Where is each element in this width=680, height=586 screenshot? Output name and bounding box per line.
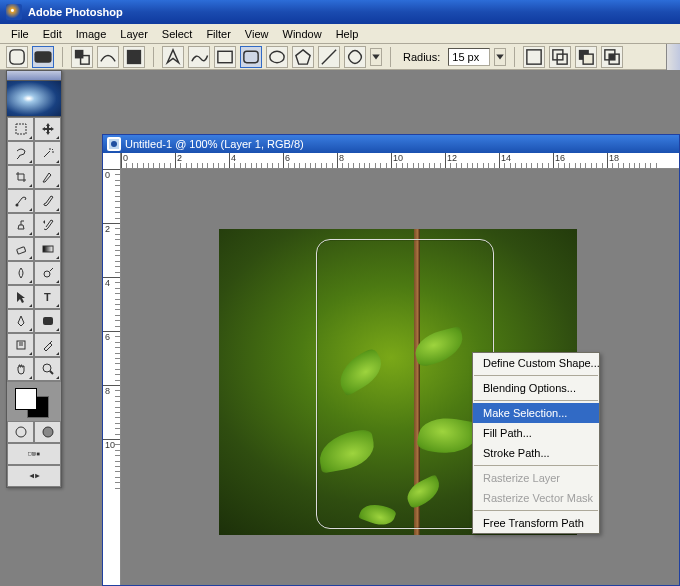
- combine-new-icon[interactable]: [523, 46, 545, 68]
- svg-line-9: [322, 49, 336, 63]
- menu-item-blending-options[interactable]: Blending Options...: [473, 378, 599, 398]
- history-brush-tool[interactable]: [34, 213, 61, 237]
- path-selection-tool[interactable]: [7, 285, 34, 309]
- fill-pixels-icon[interactable]: [123, 46, 145, 68]
- svg-point-7: [270, 51, 284, 62]
- custom-shape-icon[interactable]: [344, 46, 366, 68]
- line-shape-icon[interactable]: [318, 46, 340, 68]
- ruler-label: 16: [555, 153, 565, 163]
- ruler-label: 10: [393, 153, 403, 163]
- type-tool[interactable]: T: [34, 285, 61, 309]
- svg-point-33: [16, 427, 26, 437]
- rectangular-marquee-tool[interactable]: [7, 117, 34, 141]
- ruler-label: 6: [105, 332, 110, 342]
- rounded-rect-shape-icon[interactable]: [32, 46, 54, 68]
- polygon-shape-icon[interactable]: [292, 46, 314, 68]
- freeform-pen-icon[interactable]: [188, 46, 210, 68]
- clone-stamp-tool[interactable]: [7, 213, 34, 237]
- svg-rect-20: [16, 124, 26, 134]
- healing-brush-tool[interactable]: [7, 189, 34, 213]
- radius-input[interactable]: [448, 48, 490, 66]
- plant-leaf: [358, 499, 397, 529]
- separator: [62, 47, 63, 67]
- app-logo-icon: [6, 4, 22, 20]
- rounded-rectangle-shape-icon[interactable]: [240, 46, 262, 68]
- menu-item-rasterize-layer: Rasterize Layer: [473, 468, 599, 488]
- menu-file[interactable]: File: [4, 26, 36, 42]
- svg-rect-36: [33, 453, 36, 456]
- combine-intersect-icon[interactable]: [601, 46, 623, 68]
- svg-rect-2: [75, 49, 84, 58]
- ruler-label: 12: [447, 153, 457, 163]
- document-titlebar[interactable]: Untitled-1 @ 100% (Layer 1, RGB/8): [103, 135, 679, 153]
- menu-layer[interactable]: Layer: [113, 26, 155, 42]
- tool-preset-icon[interactable]: [6, 46, 28, 68]
- ruler-label: 14: [501, 153, 511, 163]
- brush-tool[interactable]: [34, 189, 61, 213]
- standard-mode-icon[interactable]: [7, 421, 34, 443]
- horizontal-ruler[interactable]: 024681012141618: [121, 153, 679, 169]
- options-bar-gripper[interactable]: [666, 44, 680, 70]
- rectangle-tool[interactable]: [34, 309, 61, 333]
- ruler-label: 0: [123, 153, 128, 163]
- menu-separator: [474, 400, 598, 401]
- svg-rect-6: [244, 51, 258, 62]
- menu-window[interactable]: Window: [276, 26, 329, 42]
- menu-filter[interactable]: Filter: [199, 26, 237, 42]
- shape-dropdown-icon[interactable]: [370, 48, 382, 66]
- plant-leaf: [332, 347, 389, 397]
- blur-tool[interactable]: [7, 261, 34, 285]
- notes-tool[interactable]: [7, 333, 34, 357]
- magic-wand-tool[interactable]: [34, 141, 61, 165]
- rectangle-shape-icon[interactable]: [214, 46, 236, 68]
- combine-add-icon[interactable]: [549, 46, 571, 68]
- paths-icon[interactable]: [97, 46, 119, 68]
- zoom-tool[interactable]: [34, 357, 61, 381]
- menu-item-fill-path[interactable]: Fill Path...: [473, 423, 599, 443]
- radius-dropdown-icon[interactable]: [494, 48, 506, 66]
- menu-item-stroke-path[interactable]: Stroke Path...: [473, 443, 599, 463]
- ellipse-shape-icon[interactable]: [266, 46, 288, 68]
- menu-help[interactable]: Help: [329, 26, 366, 42]
- vertical-ruler[interactable]: 0246810: [103, 153, 121, 585]
- svg-rect-37: [37, 453, 40, 456]
- pen-tool[interactable]: [7, 309, 34, 333]
- svg-line-25: [50, 268, 53, 271]
- jump-to-imageready-icon[interactable]: [7, 465, 61, 487]
- dodge-tool[interactable]: [34, 261, 61, 285]
- crop-tool[interactable]: [7, 165, 34, 189]
- svg-rect-4: [127, 49, 141, 63]
- pen-icon[interactable]: [162, 46, 184, 68]
- move-tool[interactable]: [34, 117, 61, 141]
- ruler-label: 6: [285, 153, 290, 163]
- document-title: Untitled-1 @ 100% (Layer 1, RGB/8): [125, 138, 304, 150]
- tools-panel-logo: [7, 81, 61, 117]
- combine-subtract-icon[interactable]: [575, 46, 597, 68]
- ruler-label: 10: [105, 440, 115, 450]
- menu-item-free-transform-path[interactable]: Free Transform Path: [473, 513, 599, 533]
- menu-edit[interactable]: Edit: [36, 26, 69, 42]
- hand-tool[interactable]: [7, 357, 34, 381]
- document-icon: [107, 137, 121, 151]
- tools-panel-gripper[interactable]: [7, 71, 61, 81]
- menu-item-make-selection[interactable]: Make Selection...: [473, 403, 599, 423]
- separator: [390, 47, 391, 67]
- quick-mask-mode-icon[interactable]: [34, 421, 61, 443]
- ruler-label: 8: [339, 153, 344, 163]
- shape-layers-icon[interactable]: [71, 46, 93, 68]
- menu-select[interactable]: Select: [155, 26, 200, 42]
- foreground-color-swatch[interactable]: [15, 388, 37, 410]
- svg-rect-1: [34, 51, 51, 62]
- svg-marker-8: [296, 49, 310, 63]
- screen-standard-icon[interactable]: [7, 443, 61, 465]
- menu-image[interactable]: Image: [69, 26, 114, 42]
- menu-item-define-custom-shape[interactable]: Define Custom Shape...: [473, 353, 599, 373]
- slice-tool[interactable]: [34, 165, 61, 189]
- svg-point-31: [43, 364, 51, 372]
- gradient-tool[interactable]: [34, 237, 61, 261]
- svg-rect-23: [43, 246, 53, 252]
- menu-view[interactable]: View: [238, 26, 276, 42]
- eyedropper-tool[interactable]: [34, 333, 61, 357]
- eraser-tool[interactable]: [7, 237, 34, 261]
- lasso-tool[interactable]: [7, 141, 34, 165]
